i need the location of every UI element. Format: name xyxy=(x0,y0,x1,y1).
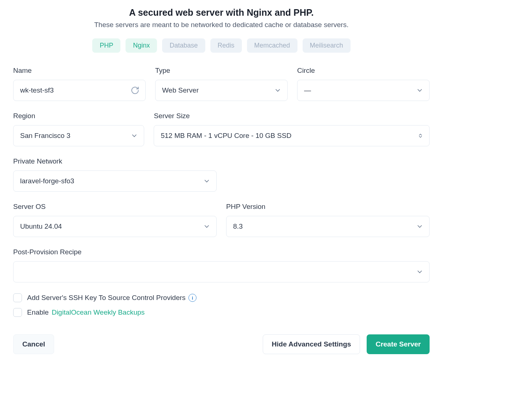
server-os-select[interactable]: Ubuntu 24.04 xyxy=(13,216,217,237)
tag-php: PHP xyxy=(92,38,120,53)
page-title: A secured web server with Nginx and PHP. xyxy=(13,7,430,18)
create-server-button[interactable]: Create Server xyxy=(367,334,430,354)
tag-redis: Redis xyxy=(210,38,242,53)
server-size-select[interactable]: 512 MB RAM - 1 vCPU Core - 10 GB SSD xyxy=(154,125,430,146)
refresh-icon xyxy=(131,86,139,95)
php-version-select[interactable]: 8.3 xyxy=(226,216,430,237)
chevron-down-icon xyxy=(416,223,423,230)
post-provision-label: Post-Provision Recipe xyxy=(13,248,430,256)
server-os-value: Ubuntu 24.04 xyxy=(20,222,210,230)
page-subtitle: These servers are meant to be networked … xyxy=(13,21,430,29)
chevron-down-icon xyxy=(203,223,210,230)
chevron-down-icon xyxy=(416,268,423,275)
region-select[interactable]: San Francisco 3 xyxy=(13,125,144,146)
name-label: Name xyxy=(13,67,146,75)
backups-link[interactable]: DigitalOcean Weekly Backups xyxy=(52,308,145,316)
footer: Cancel Hide Advanced Settings Create Ser… xyxy=(13,334,430,354)
server-os-label: Server OS xyxy=(13,203,217,211)
chevron-down-icon xyxy=(131,132,138,139)
type-select[interactable]: Web Server xyxy=(155,80,288,101)
tag-nginx: Nginx xyxy=(126,38,157,53)
private-network-label: Private Network xyxy=(13,157,217,165)
type-value: Web Server xyxy=(162,86,281,94)
name-input-wrap[interactable] xyxy=(13,80,146,101)
updown-icon xyxy=(418,133,423,139)
circle-select[interactable]: — xyxy=(297,80,430,101)
circle-value: — xyxy=(304,86,423,94)
refresh-name-button[interactable] xyxy=(131,86,139,95)
feature-tags: PHP Nginx Database Redis Memcached Meili… xyxy=(13,38,430,53)
region-label: Region xyxy=(13,112,144,120)
php-version-label: PHP Version xyxy=(226,203,430,211)
ssh-key-checkbox[interactable] xyxy=(13,293,22,302)
info-icon[interactable]: i xyxy=(188,294,196,302)
server-size-value: 512 MB RAM - 1 vCPU Core - 10 GB SSD xyxy=(161,132,423,140)
chevron-down-icon xyxy=(274,87,281,94)
tag-memcached: Memcached xyxy=(247,38,297,53)
type-label: Type xyxy=(155,67,288,75)
chevron-down-icon xyxy=(203,177,210,185)
tag-database: Database xyxy=(162,38,205,53)
backups-label: Enable DigitalOcean Weekly Backups xyxy=(27,308,145,316)
circle-label: Circle xyxy=(297,67,430,75)
ssh-key-option: Add Server's SSH Key To Source Control P… xyxy=(13,293,430,302)
hide-advanced-button[interactable]: Hide Advanced Settings xyxy=(263,334,360,354)
ssh-key-text: Add Server's SSH Key To Source Control P… xyxy=(27,294,186,302)
name-input[interactable] xyxy=(20,86,139,94)
server-size-label: Server Size xyxy=(154,112,430,120)
backups-option: Enable DigitalOcean Weekly Backups xyxy=(13,308,430,317)
region-value: San Francisco 3 xyxy=(20,132,137,140)
header: A secured web server with Nginx and PHP.… xyxy=(13,7,430,29)
post-provision-select[interactable] xyxy=(13,261,430,282)
php-version-value: 8.3 xyxy=(233,222,423,230)
private-network-select[interactable]: laravel-forge-sfo3 xyxy=(13,170,217,192)
cancel-button[interactable]: Cancel xyxy=(13,334,54,354)
backups-checkbox[interactable] xyxy=(13,308,22,317)
chevron-down-icon xyxy=(416,87,423,94)
ssh-key-label: Add Server's SSH Key To Source Control P… xyxy=(27,294,196,302)
tag-meilisearch: Meilisearch xyxy=(303,38,351,53)
private-network-value: laravel-forge-sfo3 xyxy=(20,177,210,185)
backups-prefix: Enable xyxy=(27,308,49,316)
